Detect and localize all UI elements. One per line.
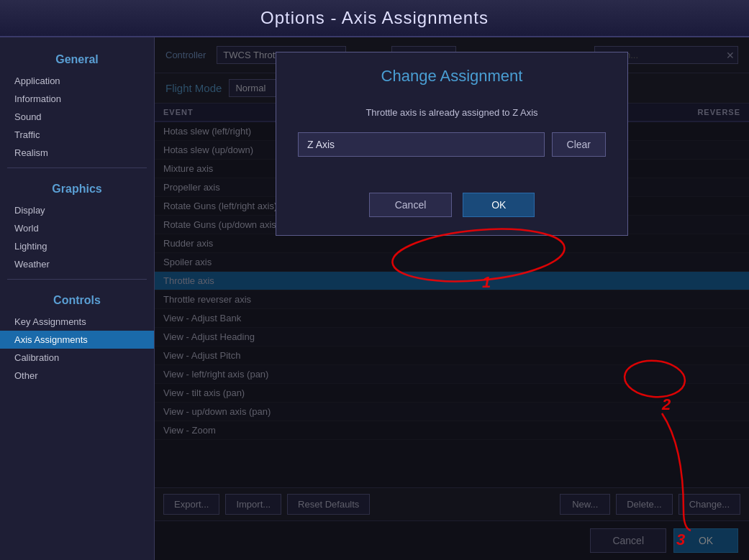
clear-button[interactable]: Clear — [552, 132, 606, 157]
sidebar: General Application Information Sound Tr… — [0, 37, 155, 560]
modal-conflict-text: Throttle axis is already assigned to Z A… — [298, 107, 606, 118]
sidebar-section-controls: Controls — [0, 285, 154, 313]
modal-overlay: Change Assignment Throttle axis is alrea… — [155, 37, 749, 560]
sidebar-item-traffic[interactable]: Traffic — [0, 126, 154, 144]
title-bar: Options - Axis Assignments — [0, 0, 749, 37]
sidebar-item-sound[interactable]: Sound — [0, 108, 154, 126]
sidebar-item-realism[interactable]: Realism — [0, 144, 154, 162]
modal-footer: Cancel OK — [276, 185, 627, 235]
sidebar-item-world[interactable]: World — [0, 219, 154, 237]
modal-cancel-button[interactable]: Cancel — [369, 193, 453, 217]
sidebar-section-general: General — [0, 45, 154, 72]
main-layout: General Application Information Sound Tr… — [0, 37, 749, 560]
sidebar-item-lighting[interactable]: Lighting — [0, 237, 154, 255]
change-assignment-modal: Change Assignment Throttle axis is alrea… — [276, 52, 628, 236]
sidebar-section-graphics: Graphics — [0, 174, 154, 201]
sidebar-item-other[interactable]: Other — [0, 367, 154, 385]
sidebar-item-application[interactable]: Application — [0, 72, 154, 90]
sidebar-divider-1 — [7, 167, 147, 168]
sidebar-item-key-assignments[interactable]: Key Assignments — [0, 313, 154, 331]
sidebar-item-display[interactable]: Display — [0, 201, 154, 219]
modal-title: Change Assignment — [276, 52, 627, 96]
modal-input-row: Clear — [298, 132, 606, 157]
modal-body: Throttle axis is already assigned to Z A… — [276, 96, 627, 185]
sidebar-item-calibration[interactable]: Calibration — [0, 349, 154, 367]
content-area: Controller TWCS Throttle Show Name ✕ Fli… — [155, 37, 749, 560]
sidebar-item-axis-assignments[interactable]: Axis Assignments — [0, 331, 154, 349]
sidebar-item-information[interactable]: Information — [0, 90, 154, 108]
axis-input[interactable] — [298, 132, 545, 157]
page-title: Options - Axis Assignments — [260, 8, 489, 28]
sidebar-divider-2 — [7, 279, 147, 280]
modal-ok-button[interactable]: OK — [463, 193, 535, 217]
sidebar-item-weather[interactable]: Weather — [0, 255, 154, 273]
